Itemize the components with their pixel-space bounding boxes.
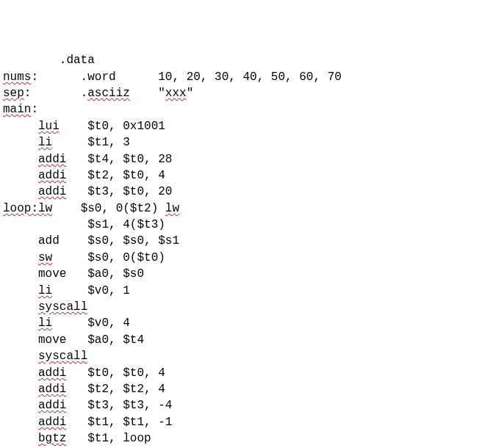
code-token: syscall — [38, 350, 87, 363]
code-token: main — [3, 103, 31, 116]
code-token: " — [187, 87, 194, 100]
code-line: addi $t3, $t0, 20 — [3, 184, 479, 200]
code-token: addi — [38, 153, 66, 166]
code-line: addi $t2, $t2, 4 — [3, 381, 479, 397]
code-token: li — [38, 317, 52, 330]
code-token: " — [130, 87, 165, 100]
code-line: $s1, 4($t3) — [3, 217, 479, 233]
code-token: $t2, $t0, 4 — [66, 169, 165, 182]
code-line: add $s0, $s0, $s1 — [3, 233, 479, 249]
code-line: li $v0, 1 — [3, 283, 479, 299]
code-line: sep: .asciiz "xxx" — [3, 85, 479, 101]
code-token: : . — [24, 87, 87, 100]
code-token: $v0, 1 — [52, 284, 130, 297]
code-token: add $s0, $s0, $s1 — [38, 234, 179, 248]
code-token: move $a0, $s0 — [38, 267, 144, 281]
code-line: addi $t0, $t0, 4 — [3, 365, 479, 381]
code-line: addi $t4, $t0, 28 — [3, 151, 479, 167]
code-token: $t0, 0x1001 — [60, 120, 165, 133]
code-token: sw — [38, 251, 52, 264]
code-token: $s0, 0($t2) — [52, 202, 165, 215]
code-token: syscall — [38, 300, 87, 314]
code-token: move $a0, $t4 — [38, 333, 144, 347]
code-line: main: — [3, 101, 479, 118]
code-token: $t4, $t0, 28 — [66, 153, 172, 166]
code-token: addi — [38, 366, 66, 380]
code-token: : — [31, 103, 38, 116]
code-token: loop:lw — [3, 202, 52, 215]
code-token: $t0, $t0, 4 — [66, 366, 165, 380]
code-line: syscall — [3, 299, 479, 315]
code-token: sep — [3, 87, 24, 100]
code-token: .data — [60, 54, 95, 67]
code-token: $t1, 3 — [52, 136, 130, 149]
code-line: move $a0, $s0 — [3, 266, 479, 282]
code-token: lui — [38, 120, 60, 133]
code-line: syscall — [3, 348, 479, 364]
code-token: xxx — [165, 87, 187, 100]
code-token: bgtz — [38, 432, 66, 445]
code-token: addi — [38, 399, 66, 412]
code-token: $t2, $t2, 4 — [66, 383, 165, 396]
code-token: $t1, loop — [66, 432, 151, 445]
code-token: $t3, $t3, -4 — [66, 399, 172, 412]
code-token: : .word 10, 20, 30, 40, 50, 60, 70 — [31, 71, 341, 84]
code-line: sw $s0, 0($t0) — [3, 250, 479, 266]
code-token: $t3, $t0, 20 — [66, 185, 172, 198]
code-line: lui $t0, 0x1001 — [3, 118, 479, 134]
code-line: loop:lw $s0, 0($t2) lw — [3, 200, 479, 217]
code-token: nums — [3, 71, 31, 84]
code-token: addi — [38, 416, 66, 429]
code-token: $v0, 4 — [52, 317, 130, 330]
code-token: lw — [165, 202, 179, 215]
code-line: addi $t2, $t0, 4 — [3, 167, 479, 184]
code-token: addi — [38, 185, 66, 198]
code-token: li — [38, 136, 52, 149]
code-token: li — [38, 284, 52, 297]
code-token: addi — [38, 169, 66, 182]
code-line: addi $t1, $t1, -1 — [3, 414, 479, 430]
code-token: $s0, 0($t0) — [52, 251, 165, 264]
code-line: li $t1, 3 — [3, 134, 479, 151]
code-block: .datanums: .word 10, 20, 30, 40, 50, 60,… — [3, 52, 479, 447]
code-token: asciiz — [87, 87, 130, 100]
code-token: $s1, 4($t3) — [87, 218, 165, 231]
code-line: nums: .word 10, 20, 30, 40, 50, 60, 70 — [3, 69, 479, 85]
code-line: addi $t3, $t3, -4 — [3, 397, 479, 413]
code-line: bgtz $t1, loop — [3, 430, 479, 447]
code-token: $t1, $t1, -1 — [66, 416, 172, 429]
code-line: move $a0, $t4 — [3, 332, 479, 348]
code-line: .data — [3, 52, 479, 68]
code-line: li $v0, 4 — [3, 315, 479, 331]
code-token: addi — [38, 383, 66, 396]
